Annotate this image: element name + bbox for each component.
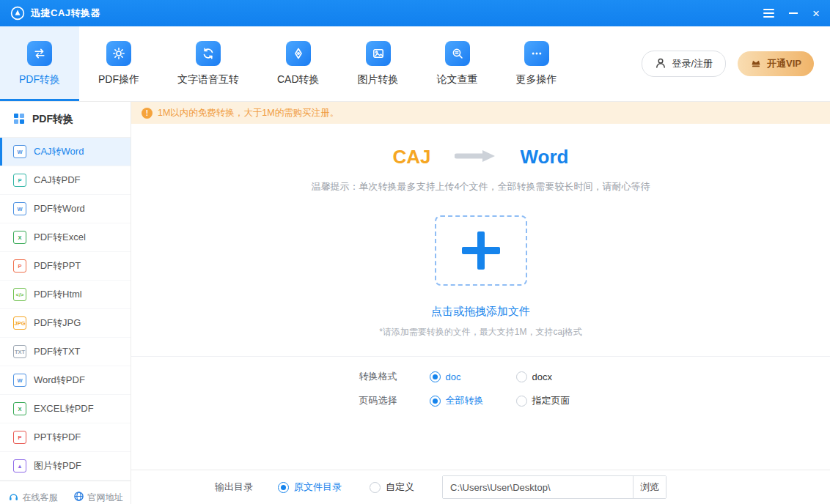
tab-more-operations[interactable]: 更多操作 xyxy=(497,26,576,101)
radio-doc[interactable]: doc xyxy=(430,371,516,382)
app-logo-icon xyxy=(10,6,25,21)
sidebar-item-pdf-to-excel[interactable]: X PDF转Excel xyxy=(0,223,131,252)
radio-original-folder[interactable]: 原文件目录 xyxy=(278,481,342,494)
browse-button[interactable]: 浏览 xyxy=(633,476,666,498)
sidebar-item-pdf-to-jpg[interactable]: JPG PDF转JPG xyxy=(0,309,131,338)
sidebar-item-label: PPT转PDF xyxy=(34,431,81,444)
word-file-icon: W xyxy=(13,145,26,158)
gear-icon xyxy=(106,41,131,66)
radio-custom-folder-label: 自定义 xyxy=(386,481,414,494)
tab-pdf-convert[interactable]: PDF转换 xyxy=(0,26,79,101)
sidebar-item-label: PDF转TXT xyxy=(34,345,81,358)
minimize-button[interactable] xyxy=(789,12,798,14)
titlebar: 迅捷CAJ转换器 × xyxy=(0,0,830,26)
radio-doc-label: doc xyxy=(446,371,461,382)
plus-icon xyxy=(462,231,500,270)
file-dropzone[interactable] xyxy=(435,215,527,286)
radio-docx[interactable]: docx xyxy=(516,371,603,382)
open-vip-button[interactable]: 开通VIP xyxy=(738,51,814,76)
text-speech-icon xyxy=(196,41,221,66)
online-support-link[interactable]: 在线客服 xyxy=(0,491,65,504)
app-window: 迅捷CAJ转换器 × PDF转换 PDF操作 xyxy=(0,0,830,504)
radio-dot xyxy=(516,396,527,407)
radio-custom-folder[interactable]: 自定义 xyxy=(370,481,414,494)
radio-dot xyxy=(516,371,527,382)
radio-specified-pages-label: 指定页面 xyxy=(532,394,570,407)
sidebar-item-ppt-to-pdf[interactable]: P PPT转PDF xyxy=(0,423,131,452)
word-file-icon: W xyxy=(13,374,26,387)
word-file-icon: W xyxy=(13,202,26,215)
output-directory-label: 输出目录 xyxy=(215,481,253,494)
tab-image-convert[interactable]: 图片转换 xyxy=(339,26,418,101)
format-option-row: 转换格式 doc docx xyxy=(131,370,830,383)
sidebar-item-caj-to-word[interactable]: W CAJ转Word xyxy=(0,138,131,166)
output-directory-bar: 输出目录 原文件目录 自定义 浏览 xyxy=(131,470,830,504)
grid-icon xyxy=(13,113,25,127)
radio-dot xyxy=(430,396,441,407)
sidebar-item-label: CAJ转PDF xyxy=(34,174,81,187)
pdf-file-icon: P xyxy=(13,174,26,187)
html-file-icon: </> xyxy=(13,288,26,301)
radio-dot xyxy=(278,482,289,493)
sidebar-item-label: PDF转PPT xyxy=(34,259,81,273)
format-label: 转换格式 xyxy=(359,370,397,383)
sidebar-item-word-to-pdf[interactable]: W Word转PDF xyxy=(0,366,131,395)
vip-crown-icon xyxy=(750,57,762,71)
sidebar-item-pdf-to-ppt[interactable]: P PDF转PPT xyxy=(0,252,131,281)
sidebar-item-pdf-to-txt[interactable]: TXT PDF转TXT xyxy=(0,338,131,366)
sidebar-item-label: PDF转Word xyxy=(34,202,85,215)
tab-label: PDF转换 xyxy=(19,73,60,86)
sidebar-item-label: 图片转PDF xyxy=(34,459,81,472)
official-site-link[interactable]: 官网地址 xyxy=(65,491,131,504)
globe-icon xyxy=(73,491,84,504)
transfer-icon xyxy=(27,41,52,66)
tab-pdf-operations[interactable]: PDF操作 xyxy=(79,26,158,101)
close-button[interactable]: × xyxy=(812,7,820,20)
tab-cad-convert[interactable]: CAD转换 xyxy=(258,26,339,101)
dropzone-label[interactable]: 点击或拖拽添加文件 xyxy=(131,305,830,319)
sidebar-item-caj-to-pdf[interactable]: P CAJ转PDF xyxy=(0,166,131,195)
paper-check-icon xyxy=(445,41,470,66)
picture-file-icon: ▲ xyxy=(13,459,26,472)
tab-label: 图片转换 xyxy=(358,73,399,86)
sidebar-footer: 在线客服 官网地址 xyxy=(0,481,131,504)
app-body: PDF转换 W CAJ转Word P CAJ转PDF W PDF转Word X … xyxy=(0,102,830,504)
excel-file-icon: X xyxy=(13,402,26,415)
toolbar-right: 登录/注册 开通VIP xyxy=(642,26,830,101)
online-support-label: 在线客服 xyxy=(23,492,58,504)
notice-bar: ! 1M以内的免费转换，大于1M的需购买注册。 xyxy=(131,102,830,124)
output-path-input[interactable] xyxy=(443,476,633,498)
toolbar: PDF转换 PDF操作 文字语音互转 xyxy=(0,26,830,102)
arrow-right-icon xyxy=(455,146,497,168)
output-path-group: 浏览 xyxy=(442,475,666,499)
sidebar-item-label: EXCEL转PDF xyxy=(34,402,94,415)
menu-button[interactable] xyxy=(763,9,774,18)
sidebar-header-label: PDF转换 xyxy=(32,113,73,126)
sidebar-item-pdf-to-html[interactable]: </> PDF转Html xyxy=(0,281,131,309)
login-register-button[interactable]: 登录/注册 xyxy=(642,51,726,77)
tab-label: PDF操作 xyxy=(98,73,139,86)
radio-docx-label: docx xyxy=(532,371,552,382)
excel-file-icon: X xyxy=(13,231,26,244)
sidebar: PDF转换 W CAJ转Word P CAJ转PDF W PDF转Word X … xyxy=(0,102,131,504)
sidebar-item-pdf-to-word[interactable]: W PDF转Word xyxy=(0,195,131,223)
main-panel: ! 1M以内的免费转换，大于1M的需购买注册。 CAJ Word 温馨提示：单次… xyxy=(131,102,830,504)
tab-label: CAD转换 xyxy=(277,73,320,86)
radio-dot xyxy=(370,482,381,493)
tab-label: 更多操作 xyxy=(516,73,557,86)
sidebar-item-label: PDF转Excel xyxy=(34,231,86,244)
headset-icon xyxy=(8,491,19,504)
tab-text-speech-convert[interactable]: 文字语音互转 xyxy=(158,26,258,101)
sidebar-item-image-to-pdf[interactable]: ▲ 图片转PDF xyxy=(0,452,131,481)
sidebar-item-label: Word转PDF xyxy=(34,374,85,387)
vip-label: 开通VIP xyxy=(767,57,801,70)
radio-all-pages[interactable]: 全部转换 xyxy=(430,394,516,407)
tab-paper-check[interactable]: 论文查重 xyxy=(418,26,497,101)
radio-specified-pages[interactable]: 指定页面 xyxy=(516,394,603,407)
options-section: 转换格式 doc docx 页码选择 全部转换 xyxy=(131,357,830,418)
more-icon xyxy=(524,41,549,66)
sidebar-item-excel-to-pdf[interactable]: X EXCEL转PDF xyxy=(0,395,131,423)
radio-original-folder-label: 原文件目录 xyxy=(294,481,342,494)
warning-icon: ! xyxy=(142,108,153,119)
sidebar-item-label: PDF转Html xyxy=(34,288,82,301)
